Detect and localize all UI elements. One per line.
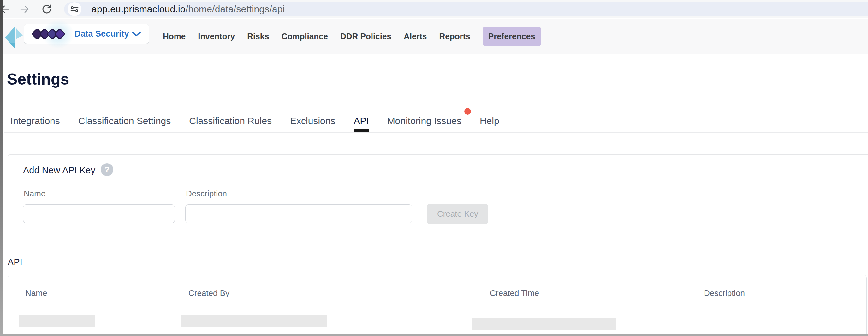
- column-header-name: Name: [25, 288, 47, 298]
- redacted-cell: [19, 315, 95, 327]
- column-header-created-time: Created Time: [490, 288, 539, 298]
- main-nav-item[interactable]: Inventory: [198, 27, 235, 46]
- api-table-card: Name Created By Created Time Description: [7, 275, 867, 336]
- settings-tabs: Integrations Classification Settings Cla…: [10, 109, 499, 133]
- settings-tab[interactable]: Classification Settings: [78, 109, 171, 133]
- site-settings-icon[interactable]: [67, 2, 82, 16]
- main-nav-item[interactable]: Compliance: [282, 27, 328, 46]
- main-nav: Home Inventory Risks Compliance DDR Poli…: [163, 19, 541, 54]
- product-switcher-dropdown[interactable]: Data Security: [24, 24, 149, 44]
- url-text[interactable]: app.eu.prismacloud.io/home/data/settings…: [92, 0, 285, 18]
- settings-tab[interactable]: Monitoring Issues: [387, 109, 461, 133]
- description-field-label: Description: [186, 189, 227, 198]
- main-nav-item[interactable]: Reports: [439, 27, 470, 46]
- settings-tab[interactable]: Help: [480, 109, 499, 133]
- window-bottom-edge: [0, 334, 868, 336]
- url-path: /home/data/settings/api: [186, 4, 285, 14]
- browser-forward-icon[interactable]: [20, 4, 30, 14]
- window-left-edge: [0, 0, 3, 336]
- main-nav-item[interactable]: Alerts: [404, 27, 427, 46]
- main-nav-item[interactable]: Risks: [247, 27, 269, 46]
- redacted-cell: [181, 315, 327, 327]
- prisma-cloud-logo-icon: [4, 26, 23, 50]
- app-header: Data Security Home Inventory Risks Compl…: [0, 19, 868, 54]
- chevron-down-icon: [132, 32, 141, 37]
- settings-tab[interactable]: Exclusions: [290, 109, 335, 133]
- redacted-cell: [471, 318, 616, 330]
- add-api-key-title: Add New API Key: [23, 165, 95, 176]
- browser-reload-icon[interactable]: [41, 4, 52, 14]
- settings-tab[interactable]: Classification Rules: [189, 109, 272, 133]
- url-domain: app.eu.prismacloud.io: [92, 4, 186, 14]
- product-switcher-label: Data Security: [74, 24, 129, 43]
- page-title: Settings: [7, 70, 69, 88]
- description-input[interactable]: [185, 204, 412, 223]
- settings-tab[interactable]: API: [353, 109, 369, 133]
- name-field-label: Name: [24, 189, 45, 198]
- browser-toolbar: app.eu.prismacloud.io/home/data/settings…: [0, 0, 868, 18]
- add-api-key-panel: Add New API Key ? Name Description Creat…: [7, 154, 868, 240]
- main-nav-item[interactable]: Preferences: [483, 27, 541, 46]
- tabs-bottom-border: [4, 132, 868, 133]
- column-header-description: Description: [704, 288, 745, 298]
- column-header-created-by: Created By: [188, 288, 229, 298]
- help-icon[interactable]: ?: [101, 163, 113, 176]
- api-table-title: API: [7, 257, 23, 268]
- main-nav-item[interactable]: Home: [163, 27, 186, 46]
- create-key-button[interactable]: Create Key: [427, 204, 488, 224]
- settings-tab[interactable]: Integrations: [10, 109, 60, 133]
- table-header-divider: [21, 306, 866, 306]
- main-nav-item[interactable]: DDR Policies: [340, 27, 392, 46]
- name-input[interactable]: [23, 204, 175, 223]
